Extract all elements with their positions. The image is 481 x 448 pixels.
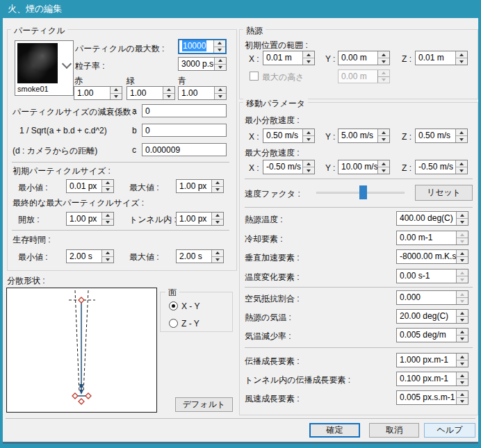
initial-max-spinner[interactable] — [211, 180, 223, 192]
lifetime-min-field[interactable]: 2.00 s — [66, 249, 114, 263]
temp-change-field[interactable]: 0.00 s-1 — [396, 269, 468, 283]
blue-label: 青 — [178, 75, 186, 87]
max-y-label: Y : — [325, 163, 335, 173]
ambient-temp-field[interactable]: 20.00 deg(C) — [396, 309, 468, 324]
max-x-spinner[interactable] — [302, 160, 314, 174]
cooling-spinner — [456, 231, 468, 244]
wind-growth-spinner[interactable] — [456, 391, 468, 404]
movement-group-label: 移動パラメータ — [243, 98, 308, 110]
wind-growth-field[interactable]: 0.005 px.s.m-1 — [396, 390, 468, 405]
heat-y-field[interactable]: 0.00 m — [338, 51, 390, 65]
final-tunnel-spinner[interactable] — [211, 213, 223, 225]
max-height-checkbox[interactable] — [250, 72, 259, 81]
min-x-label: X : — [249, 132, 259, 142]
heat-z-spinner[interactable] — [455, 51, 467, 65]
final-tunnel-label: トンネル内 : — [129, 214, 177, 226]
min-z-spinner[interactable] — [455, 129, 467, 142]
max-height-field: 0.00 m — [338, 69, 390, 83]
max-z-spinner[interactable] — [455, 160, 467, 174]
air-resistance-spinner — [456, 291, 468, 304]
max-x-field[interactable]: -0.50 m/s — [263, 160, 315, 174]
decay-b-field[interactable]: 0 — [142, 124, 227, 137]
temp-change-spinner — [456, 269, 468, 283]
window-bottom-edge — [3, 442, 478, 444]
rate-spinner[interactable] — [214, 58, 226, 70]
cooling-field[interactable]: 0.00 m-1 — [396, 231, 468, 245]
temp-decrease-field[interactable]: 0.005 deg/m — [396, 328, 468, 342]
heat-temp-spinner[interactable] — [456, 212, 468, 225]
max-y-field[interactable]: 10.00 m/s — [338, 160, 390, 174]
temp-decrease-spinner[interactable] — [456, 329, 468, 342]
dispersion-shape-canvas[interactable] — [6, 288, 157, 413]
particle-texture-dropdown[interactable]: smoke01 — [15, 40, 74, 96]
title-bar[interactable]: 火、煙の編集 — [0, 0, 481, 18]
tunnel-propagation-label: トンネル内の伝播成長要素 : — [245, 374, 350, 386]
lifetime-max-spinner[interactable] — [211, 250, 223, 263]
wind-growth-label: 風速成長要素 : — [245, 393, 300, 405]
propagation-growth-spinner[interactable] — [456, 354, 468, 367]
min-y-field[interactable]: 5.00 m/s — [338, 128, 390, 143]
decay-a-field[interactable]: 0 — [142, 104, 227, 117]
ok-button[interactable]: 確定 — [309, 423, 360, 438]
dispersion-shape-drawing[interactable] — [7, 288, 156, 412]
vertical-accel-label: 垂直加速要素 : — [245, 252, 300, 264]
blue-field[interactable]: 1.00 — [178, 86, 227, 100]
min-x-spinner[interactable] — [302, 129, 314, 142]
tunnel-propagation-field[interactable]: 0.100 px.m-1 — [396, 372, 468, 386]
tunnel-propagation-spinner[interactable] — [456, 372, 468, 385]
air-resistance-field[interactable]: 0.000 — [396, 290, 468, 305]
min-x-field[interactable]: 0.50 m/s — [263, 128, 315, 143]
green-label: 緑 — [127, 75, 135, 87]
min-speed-label: 最小分散速度 : — [245, 115, 300, 126]
red-spinner[interactable] — [110, 87, 122, 99]
heat-x-spinner[interactable] — [302, 51, 314, 65]
initial-range-label: 初期位置の範囲 : — [245, 40, 308, 51]
final-tunnel-field[interactable]: 1.00 px — [176, 212, 224, 226]
heat-temp-field[interactable]: 400.00 deg(C) — [396, 211, 468, 226]
heat-source-group-label: 熱源 — [243, 25, 266, 37]
red-field[interactable]: 1.00 — [74, 86, 122, 100]
window-title: 火、煙の編集 — [8, 3, 62, 14]
heat-x-field[interactable]: 0.01 m — [263, 51, 315, 65]
lifetime-min-spinner[interactable] — [101, 250, 113, 263]
speed-factor-slider-thumb[interactable] — [359, 185, 367, 199]
blue-spinner[interactable] — [214, 87, 226, 99]
heat-z-field[interactable]: 0.01 m — [415, 51, 468, 65]
initial-min-field[interactable]: 0.01 px — [66, 179, 114, 193]
radio-plane-xy[interactable] — [169, 301, 178, 310]
ambient-temp-spinner[interactable] — [456, 310, 468, 323]
cancel-button[interactable]: 取消 — [369, 423, 419, 438]
initial-max-field[interactable]: 1.00 px — [176, 179, 224, 193]
reset-button[interactable]: リセット — [415, 185, 473, 201]
max-height-spinner — [377, 70, 389, 83]
separator — [12, 230, 229, 231]
green-field[interactable]: 1.00 — [127, 86, 175, 100]
heat-temp-label: 熱源温度 : — [245, 214, 283, 226]
final-open-label: 開放 : — [18, 214, 40, 226]
max-y-spinner[interactable] — [377, 160, 389, 174]
radio-plane-xy-label: X - Y — [181, 301, 199, 311]
lifetime-max-field[interactable]: 2.00 s — [176, 249, 224, 263]
max-z-field[interactable]: -0.50 m/s — [415, 160, 468, 174]
chevron-down-icon[interactable] — [62, 59, 72, 69]
min-z-field[interactable]: 0.50 m/s — [415, 128, 468, 143]
default-button[interactable]: デフォルト — [175, 397, 233, 412]
heat-y-spinner[interactable] — [377, 51, 389, 65]
min-y-spinner[interactable] — [377, 129, 389, 142]
rate-field[interactable]: 3000 p.s-1 — [178, 57, 227, 71]
max-count-spinner[interactable] — [213, 40, 225, 53]
vertical-accel-spinner[interactable] — [456, 250, 468, 263]
final-open-field[interactable]: 1.00 px — [66, 212, 114, 226]
radio-plane-zy-label: Z - Y — [181, 319, 199, 329]
vertical-accel-field[interactable]: -8000.00 m.K.s-2 — [396, 249, 468, 264]
help-button[interactable]: ヘルプ — [424, 423, 475, 438]
decay-c-field[interactable]: 0.000009 — [142, 143, 227, 156]
propagation-growth-field[interactable]: 1.000 px.m-1 — [396, 353, 468, 367]
heat-z-label: Z : — [402, 54, 411, 64]
green-spinner[interactable] — [163, 87, 174, 99]
radio-plane-zy[interactable] — [169, 319, 178, 328]
max-count-field[interactable]: 10000 — [178, 39, 227, 54]
propagation-growth-label: 伝播成長要素 : — [245, 356, 300, 367]
initial-min-spinner[interactable] — [101, 180, 113, 192]
final-open-spinner[interactable] — [101, 213, 113, 225]
